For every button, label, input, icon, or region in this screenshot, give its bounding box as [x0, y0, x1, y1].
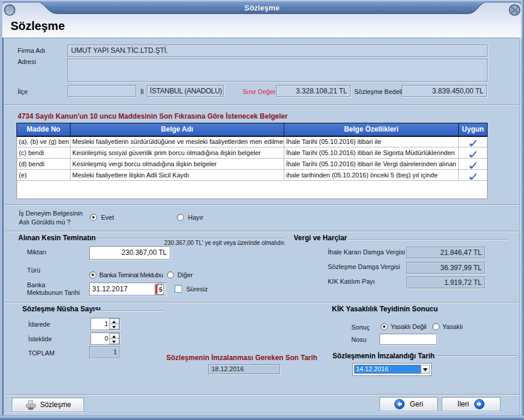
svg-text:5: 5	[159, 287, 163, 293]
svg-text:Sözleşme: Sözleşme	[244, 4, 280, 12]
